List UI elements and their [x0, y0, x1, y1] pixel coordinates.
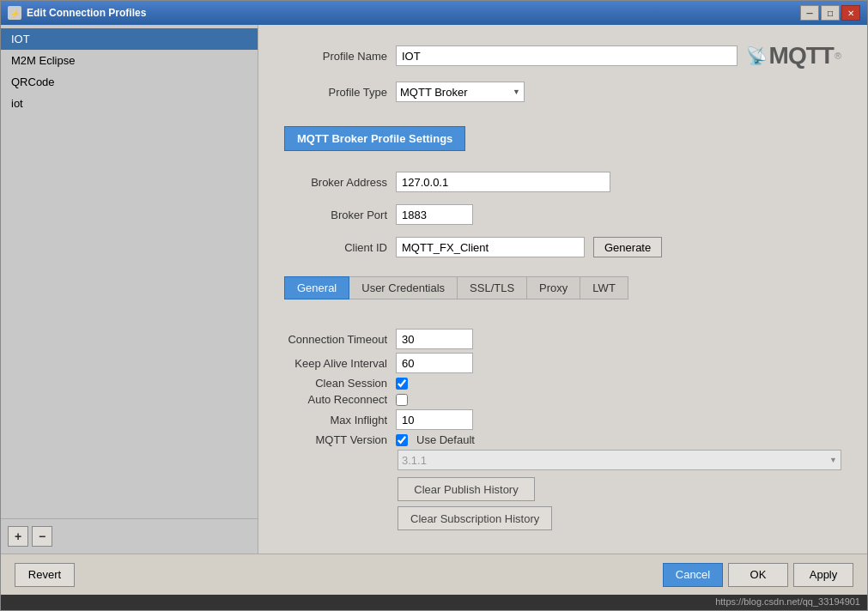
connection-timeout-row: Connection Timeout	[284, 329, 841, 349]
version-select[interactable]: 3.1.1	[398, 450, 841, 470]
use-default-checkbox[interactable]	[396, 434, 408, 446]
title-bar-left: ⚡ Edit Connection Profiles	[8, 6, 146, 20]
tab-lwt[interactable]: LWT	[580, 276, 628, 299]
remove-profile-button[interactable]: −	[32, 526, 52, 547]
clean-session-checkbox[interactable]	[396, 378, 408, 390]
broker-port-label: Broker Port	[284, 209, 387, 221]
broker-address-row: Broker Address	[284, 172, 841, 192]
mqtt-logo-text: MQTT	[769, 42, 834, 70]
max-inflight-label: Max Inflight	[284, 414, 387, 426]
tab-ssl-tls[interactable]: SSL/TLS	[457, 276, 527, 299]
general-settings: Connection Timeout Keep Alive Interval C…	[284, 320, 841, 539]
client-id-row: Client ID Generate	[284, 237, 841, 257]
keep-alive-label: Keep Alive Interval	[284, 357, 387, 370]
cancel-button[interactable]: Cancel	[663, 563, 723, 587]
version-select-row: 3.1.1	[398, 450, 841, 470]
profile-name-label: Profile Name	[284, 50, 387, 63]
minimize-button[interactable]: ─	[800, 5, 819, 21]
sidebar-item-qrcode[interactable]: QRCode	[1, 71, 258, 93]
app-icon: ⚡	[8, 6, 21, 20]
keep-alive-row: Keep Alive Interval	[284, 353, 841, 373]
clear-subscription-button[interactable]: Clear Subscription History	[398, 506, 552, 530]
max-inflight-row: Max Inflight	[284, 409, 841, 430]
profile-name-input[interactable]	[396, 45, 737, 66]
window-controls: ─ □ ✕	[800, 5, 860, 21]
broker-address-input[interactable]	[396, 172, 610, 192]
sidebar-item-m2m[interactable]: M2M Eclipse	[1, 50, 258, 71]
mqtt-broker-settings-button[interactable]: MQTT Broker Profile Settings	[284, 126, 465, 151]
profile-type-row: Profile Type MQTT Broker	[284, 82, 841, 102]
sidebar-item-iot[interactable]: IOT	[1, 28, 258, 50]
clean-session-row: Clean Session	[284, 377, 841, 390]
section-header-row: MQTT Broker Profile Settings	[284, 119, 841, 158]
close-button[interactable]: ✕	[841, 5, 860, 21]
sidebar-item-iot2[interactable]: iot	[1, 93, 258, 114]
apply-button[interactable]: Apply	[793, 563, 853, 587]
ok-button[interactable]: OK	[728, 563, 788, 587]
mqtt-logo: 📡 MQTT ®	[746, 42, 841, 70]
main-window: ⚡ Edit Connection Profiles ─ □ ✕ IOT M2M…	[0, 0, 868, 611]
use-default-label: Use Default	[416, 433, 475, 446]
sidebar: IOT M2M Eclipse QRCode iot + −	[1, 25, 258, 554]
mqtt-version-row: MQTT Version Use Default	[284, 433, 841, 446]
client-id-input[interactable]	[396, 237, 585, 257]
client-id-label: Client ID	[284, 241, 387, 254]
auto-reconnect-row: Auto Reconnect	[284, 393, 841, 406]
sidebar-list: IOT M2M Eclipse QRCode iot	[1, 25, 258, 518]
auto-reconnect-checkbox[interactable]	[396, 394, 408, 406]
add-profile-button[interactable]: +	[8, 526, 28, 547]
bottom-bar: Revert Cancel OK Apply	[1, 554, 867, 595]
max-inflight-input[interactable]	[396, 409, 473, 430]
profile-name-row: Profile Name 📡 MQTT ®	[284, 42, 841, 70]
sidebar-footer: + −	[1, 518, 258, 554]
profile-type-select[interactable]: MQTT Broker	[396, 82, 525, 102]
title-bar: ⚡ Edit Connection Profiles ─ □ ✕	[1, 1, 867, 25]
keep-alive-input[interactable]	[396, 353, 473, 373]
broker-port-row: Broker Port	[284, 204, 841, 225]
clear-subscription-row: Clear Subscription History	[398, 506, 841, 530]
window-title: Edit Connection Profiles	[27, 7, 146, 19]
connection-timeout-label: Connection Timeout	[284, 333, 387, 346]
generate-button[interactable]: Generate	[593, 237, 662, 257]
broker-address-label: Broker Address	[284, 176, 387, 189]
clean-session-label: Clean Session	[284, 377, 387, 390]
broker-port-input[interactable]	[396, 204, 473, 225]
clear-publish-row: Clear Publish History	[398, 477, 841, 501]
profile-type-label: Profile Type	[284, 86, 387, 99]
tab-general[interactable]: General	[284, 276, 349, 299]
tab-user-credentials[interactable]: User Credentials	[349, 276, 458, 299]
clear-publish-button[interactable]: Clear Publish History	[398, 477, 535, 501]
tabs-row: General User Credentials SSL/TLS Proxy L…	[284, 276, 841, 299]
connection-timeout-input[interactable]	[396, 329, 473, 349]
svg-text:⚡: ⚡	[10, 9, 20, 18]
tab-proxy[interactable]: Proxy	[526, 276, 580, 299]
right-panel: Profile Name 📡 MQTT ® Profile Type MQTT …	[258, 25, 867, 554]
mqtt-version-label: MQTT Version	[284, 433, 387, 446]
maximize-button[interactable]: □	[821, 5, 840, 21]
revert-button[interactable]: Revert	[15, 563, 75, 587]
url-bar: https://blog.csdn.net/qq_33194901	[1, 595, 867, 610]
auto-reconnect-label: Auto Reconnect	[284, 393, 387, 406]
main-content: IOT M2M Eclipse QRCode iot + −	[1, 25, 867, 554]
